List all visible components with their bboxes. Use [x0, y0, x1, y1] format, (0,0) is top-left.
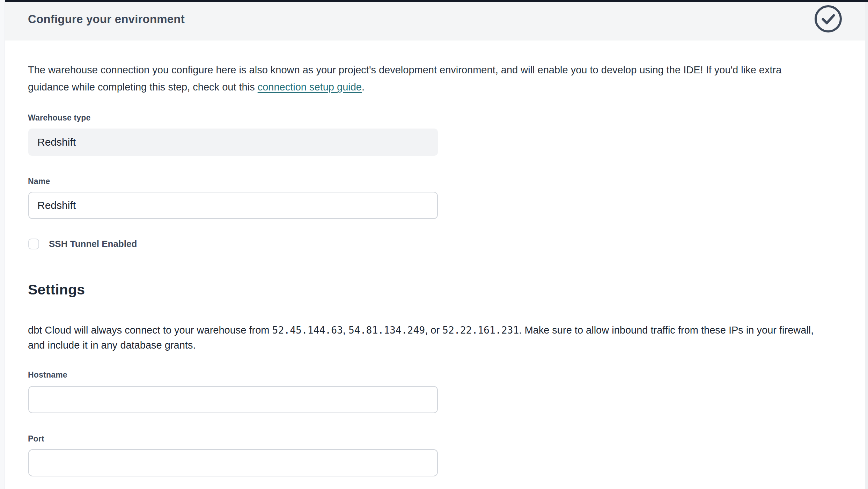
ssh-tunnel-row: SSH Tunnel Enabled	[28, 239, 137, 249]
warehouse-type-label: Warehouse type	[28, 113, 91, 123]
ssh-tunnel-checkbox[interactable]	[28, 239, 39, 249]
ip-address-2: 54.81.134.249	[348, 324, 425, 336]
intro-paragraph: The warehouse connection you configure h…	[28, 61, 821, 96]
warehouse-type-field: Redshift	[28, 129, 438, 156]
note-sep-2: , or	[425, 324, 442, 336]
page-left-margin	[0, 0, 5, 489]
settings-note: dbt Cloud will always connect to your wa…	[28, 323, 831, 352]
note-sep-1: ,	[343, 324, 348, 336]
warehouse-type-value: Redshift	[37, 136, 76, 148]
port-label: Port	[28, 434, 44, 444]
card-header: Configure your environment	[5, 2, 865, 41]
ip-address-1: 52.45.144.63	[272, 324, 343, 336]
port-input[interactable]	[28, 449, 438, 476]
ip-address-3: 52.22.161.231	[442, 324, 519, 336]
page-title: Configure your environment	[28, 13, 185, 26]
intro-text-before-link: The warehouse connection you configure h…	[28, 64, 781, 93]
check-circle-icon	[814, 5, 842, 33]
name-input[interactable]	[28, 192, 438, 219]
hostname-input[interactable]	[28, 386, 438, 413]
name-label: Name	[28, 177, 50, 186]
settings-heading: Settings	[28, 282, 85, 298]
hostname-label: Hostname	[28, 370, 67, 380]
scrollbar-track[interactable]	[865, 2, 868, 489]
ssh-tunnel-label: SSH Tunnel Enabled	[49, 239, 137, 249]
connection-setup-guide-link[interactable]: connection setup guide	[258, 81, 362, 93]
configure-environment-page: Configure your environment The warehouse…	[0, 0, 868, 489]
intro-text-after-link: .	[362, 81, 365, 93]
note-text-1: dbt Cloud will always connect to your wa…	[28, 324, 272, 336]
card-body: The warehouse connection you configure h…	[5, 41, 865, 489]
